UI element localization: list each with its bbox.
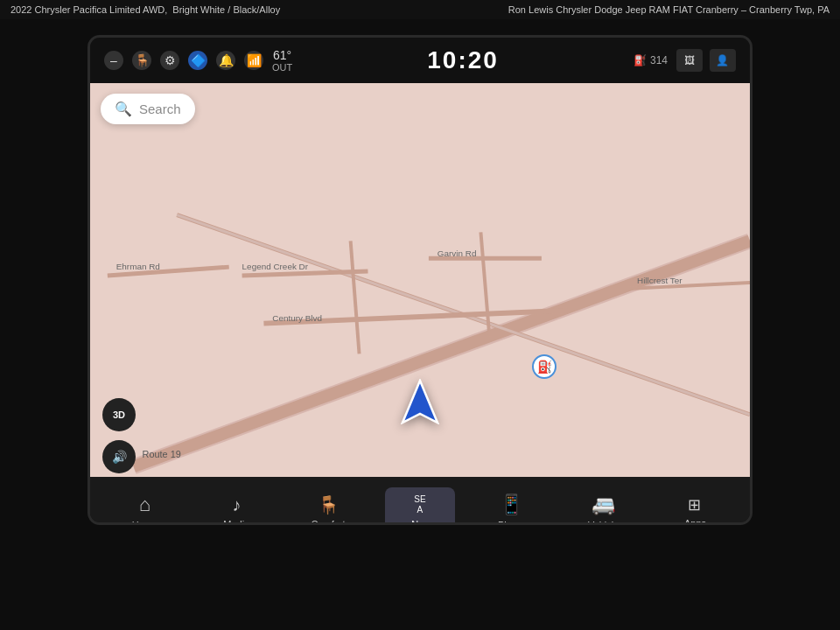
car-color: Bright White / Black/Alloy [172,4,280,15]
media-label: Media [223,519,249,526]
map-search-bar[interactable]: 🔍 Search [101,94,195,124]
svg-text:Route 19: Route 19 [143,449,181,459]
time-value: 10:20 [427,46,499,74]
dealer-info-top: Ron Lewis Chrysler Dodge Jeep RAM FIAT C… [508,4,830,15]
bell-icon: 🔔 [216,51,235,70]
settings-icon[interactable]: ⚙ [160,51,179,70]
car-title: 2022 Chrysler Pacifica Limited AWD, [10,4,167,15]
seatbelt-icon: 🪑 [132,51,151,70]
phone-label: Phone [498,520,526,525]
comfort-icon: 🪑 [318,494,340,515]
dealer-name-top: Ron Lewis Chrysler Dodge Jeep RAM FIAT C… [508,4,830,15]
nav-direction-label: SEA [414,494,425,515]
fuel-display: ⛽ 314 [634,54,668,66]
map-display: Ehrman Rd Legend Creek Dr Garvin Rd Cent… [90,83,750,477]
search-icon: 🔍 [115,101,132,117]
top-info-bar: 2022 Chrysler Pacifica Limited AWD, Brig… [0,0,840,19]
phone-icon: 📱 [500,494,523,516]
svg-text:Legend Creek Dr: Legend Creek Dr [242,262,309,271]
sound-icon: 🔊 [112,450,127,464]
temp-value: 61° [273,48,291,62]
media-icon: ♪ [232,495,241,515]
nav-item-vehicle[interactable]: 🚐 Vehicle [569,486,639,525]
svg-text:Hillcrest Ter: Hillcrest Ter [637,276,682,285]
vehicle-label: Vehicle [588,520,619,525]
infotainment-screen: – 🪑 ⚙ 🔷 🔔 📶 61° OUT 10:20 ⛽ 314 [88,35,752,525]
bottom-navigation-bar: ⌂ Home ♪ Media 🪑 Comfort SEA Nav 📱 Phone… [90,477,750,525]
back-icon[interactable]: – [104,51,123,70]
bluetooth-icon: 🔷 [188,51,207,70]
wifi-icon: 📶 [244,51,263,70]
apps-icon: ⊞ [688,495,702,514]
nav-item-nav[interactable]: SEA Nav [385,487,455,525]
temperature-display: 61° OUT [272,48,292,73]
svg-marker-18 [402,381,438,423]
nav-item-home[interactable]: ⌂ Home [109,486,179,525]
nav-label: Nav [411,519,429,525]
nav-item-phone[interactable]: 📱 Phone [477,486,547,525]
nav-item-media[interactable]: ♪ Media [201,488,271,526]
vehicle-icon: 🚐 [592,494,615,516]
status-left-section: – 🪑 ⚙ 🔷 🔔 📶 61° OUT [104,48,292,73]
screen-picture-button[interactable]: 🖼 [676,49,703,72]
fuel-range: 314 [650,54,668,66]
navigation-arrow [401,379,439,424]
svg-text:Ehrman Rd: Ehrman Rd [116,262,160,271]
svg-text:Garvin Rd: Garvin Rd [438,248,477,258]
nav-item-apps[interactable]: ⊞ Apps [660,488,730,525]
temp-label: OUT [272,62,292,73]
car-info: 2022 Chrysler Pacifica Limited AWD, Brig… [10,4,280,15]
screen-controls: 🖼 👤 [676,49,736,72]
status-right-section: ⛽ 314 🖼 👤 [634,49,736,72]
home-label: Home [132,520,158,525]
nav-item-comfort[interactable]: 🪑 Comfort [293,487,363,525]
map-sound-button[interactable]: 🔊 [102,440,136,473]
home-icon: ⌂ [139,494,150,516]
status-bar: – 🪑 ⚙ 🔷 🔔 📶 61° OUT 10:20 ⛽ 314 [90,38,750,83]
map-3d-button[interactable]: 3D [102,398,136,431]
clock-display: 10:20 [427,46,499,74]
comfort-label: Comfort [312,519,346,525]
fuel-pump-icon: ⛽ [634,54,647,66]
screen-person-button[interactable]: 👤 [710,49,736,72]
gas-station-marker: ⛽ [532,354,556,379]
car-display-area: – 🪑 ⚙ 🔷 🔔 📶 61° OUT 10:20 ⛽ 314 [0,19,840,630]
search-label[interactable]: Search [139,102,181,116]
svg-text:Century Blvd: Century Blvd [272,313,322,323]
apps-label: Apps [684,518,706,525]
